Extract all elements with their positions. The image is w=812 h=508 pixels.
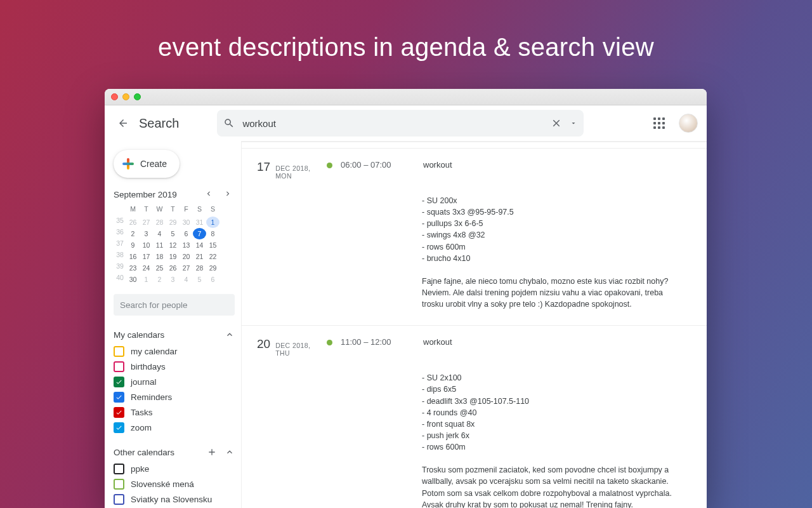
window-close-button[interactable] bbox=[111, 93, 118, 100]
minicalendar-day[interactable]: 22 bbox=[206, 251, 219, 262]
window-zoom-button[interactable] bbox=[134, 93, 141, 100]
checkbox[interactable] bbox=[114, 464, 124, 474]
minicalendar-day[interactable]: 4 bbox=[153, 228, 166, 239]
minicalendar-day[interactable]: 16 bbox=[126, 251, 140, 262]
calendar-label: zoom bbox=[131, 423, 152, 432]
checkbox[interactable] bbox=[114, 479, 124, 490]
minicalendar-day[interactable]: 28 bbox=[153, 217, 166, 228]
search-result-row[interactable]: 20DEC 2018, THU11:00 – 12:00workout- SU … bbox=[242, 325, 707, 508]
minicalendar-day[interactable]: 25 bbox=[153, 262, 166, 274]
minicalendar-day[interactable]: 30 bbox=[126, 274, 140, 285]
calendar-toggle-item[interactable]: birthdays bbox=[114, 361, 235, 372]
window-titlebar bbox=[105, 89, 707, 105]
minicalendar-day[interactable]: 1 bbox=[140, 274, 153, 285]
minicalendar-day[interactable]: 26 bbox=[126, 217, 140, 228]
calendar-toggle-item[interactable]: Tasks bbox=[114, 407, 235, 418]
minicalendar-day[interactable]: 24 bbox=[140, 262, 153, 274]
event-day-label: DEC 2018, MON bbox=[275, 164, 327, 180]
calendar-toggle-item[interactable]: Slovenské mená bbox=[114, 479, 235, 490]
clear-search-button[interactable] bbox=[551, 117, 562, 129]
minicalendar-day[interactable]: 10 bbox=[140, 239, 153, 251]
minicalendar-day[interactable]: 29 bbox=[166, 217, 180, 228]
event-color-dot bbox=[327, 163, 332, 168]
minicalendar-day[interactable]: 29 bbox=[206, 262, 219, 274]
minicalendar-day[interactable]: 2 bbox=[126, 228, 140, 239]
minicalendar-day[interactable]: 12 bbox=[166, 239, 180, 251]
minicalendar-day[interactable]: 3 bbox=[140, 228, 153, 239]
search-options-button[interactable] bbox=[570, 119, 577, 127]
minicalendar-day[interactable]: 23 bbox=[126, 262, 140, 274]
minicalendar-week-number: 35 bbox=[114, 217, 126, 228]
minicalendar-day[interactable]: 18 bbox=[153, 251, 166, 262]
event-day-number: 20 bbox=[257, 337, 270, 351]
minicalendar-day[interactable]: 6 bbox=[180, 228, 193, 239]
people-search-input[interactable]: Search for people bbox=[114, 294, 235, 316]
minicalendar-day[interactable]: 9 bbox=[126, 239, 140, 251]
minicalendar-day[interactable]: 21 bbox=[193, 251, 206, 262]
checkbox[interactable] bbox=[114, 377, 124, 387]
checkbox[interactable] bbox=[114, 346, 124, 357]
minicalendar-week-number: 39 bbox=[114, 262, 126, 274]
account-avatar[interactable] bbox=[679, 114, 698, 133]
calendar-toggle-item[interactable]: zoom bbox=[114, 422, 235, 433]
minicalendar-day[interactable]: 8 bbox=[206, 228, 219, 239]
calendar-toggle-item[interactable]: ppke bbox=[114, 464, 235, 474]
minicalendar-day[interactable]: 14 bbox=[193, 239, 206, 251]
checkbox[interactable] bbox=[114, 422, 124, 433]
page-title: Search bbox=[139, 116, 179, 131]
minicalendar-day[interactable]: 6 bbox=[206, 274, 219, 285]
minicalendar-day[interactable]: 3 bbox=[166, 274, 180, 285]
calendar-label: journal bbox=[131, 377, 157, 387]
calendar-toggle-item[interactable]: Sviatky na Slovensku bbox=[114, 494, 235, 505]
checkbox[interactable] bbox=[114, 494, 124, 505]
search-box[interactable] bbox=[217, 110, 584, 137]
calendar-toggle-item[interactable]: my calendar bbox=[114, 346, 235, 357]
calendar-label: ppke bbox=[131, 464, 149, 474]
minicalendar-day[interactable]: 15 bbox=[206, 239, 219, 251]
minicalendar-day[interactable]: 5 bbox=[166, 228, 180, 239]
checkbox[interactable] bbox=[114, 407, 124, 418]
calendar-toggle-item[interactable]: journal bbox=[114, 377, 235, 387]
my-calendars-header[interactable]: My calendars bbox=[114, 330, 235, 340]
window-minimize-button[interactable] bbox=[122, 93, 129, 100]
calendar-toggle-item[interactable]: Reminders bbox=[114, 392, 235, 403]
minicalendar-next[interactable] bbox=[221, 188, 235, 201]
minicalendar-day[interactable]: 1 bbox=[206, 217, 219, 228]
minicalendar-prev[interactable] bbox=[202, 188, 216, 201]
minicalendar-day[interactable]: 17 bbox=[140, 251, 153, 262]
minicalendar-day[interactable]: 7 bbox=[193, 228, 206, 239]
checkbox[interactable] bbox=[114, 392, 124, 403]
results-pane[interactable]: 17DEC 2018, MON06:00 – 07:00workout- SU … bbox=[242, 141, 707, 508]
search-input[interactable] bbox=[242, 118, 543, 129]
app-toolbar: Search bbox=[105, 105, 707, 141]
minicalendar-day[interactable]: 5 bbox=[193, 274, 206, 285]
minicalendar-day[interactable]: 26 bbox=[166, 262, 180, 274]
minicalendar-day[interactable]: 28 bbox=[193, 262, 206, 274]
arrow-left-icon bbox=[117, 117, 129, 129]
minicalendar-day[interactable]: 2 bbox=[153, 274, 166, 285]
back-button[interactable] bbox=[114, 117, 133, 129]
event-time: 11:00 – 12:00 bbox=[341, 337, 423, 357]
calendar-label: Sviatky na Slovensku bbox=[131, 495, 212, 504]
chevron-right-icon bbox=[223, 189, 232, 198]
calendar-label: Reminders bbox=[131, 392, 172, 402]
minicalendar-day[interactable]: 31 bbox=[193, 217, 206, 228]
create-button[interactable]: Create bbox=[114, 150, 180, 178]
minicalendar-day[interactable]: 20 bbox=[180, 251, 193, 262]
search-result-row[interactable]: 17DEC 2018, MON06:00 – 07:00workout- SU … bbox=[242, 148, 707, 325]
minicalendar-weekday: T bbox=[166, 205, 180, 217]
minicalendar-day[interactable]: 27 bbox=[180, 262, 193, 274]
minicalendar-day[interactable]: 13 bbox=[180, 239, 193, 251]
google-apps-button[interactable] bbox=[653, 117, 665, 129]
checkbox[interactable] bbox=[114, 361, 124, 372]
other-calendars-header[interactable]: Other calendars bbox=[114, 447, 235, 457]
minicalendar-day[interactable]: 11 bbox=[153, 239, 166, 251]
chevron-up-icon bbox=[225, 447, 235, 457]
minicalendar-day[interactable]: 30 bbox=[180, 217, 193, 228]
minicalendar-day[interactable]: 27 bbox=[140, 217, 153, 228]
minicalendar-day[interactable]: 19 bbox=[166, 251, 180, 262]
caret-down-icon bbox=[570, 119, 577, 127]
calendar-label: birthdays bbox=[131, 362, 166, 371]
plus-icon[interactable] bbox=[207, 447, 217, 457]
minicalendar-day[interactable]: 4 bbox=[180, 274, 193, 285]
